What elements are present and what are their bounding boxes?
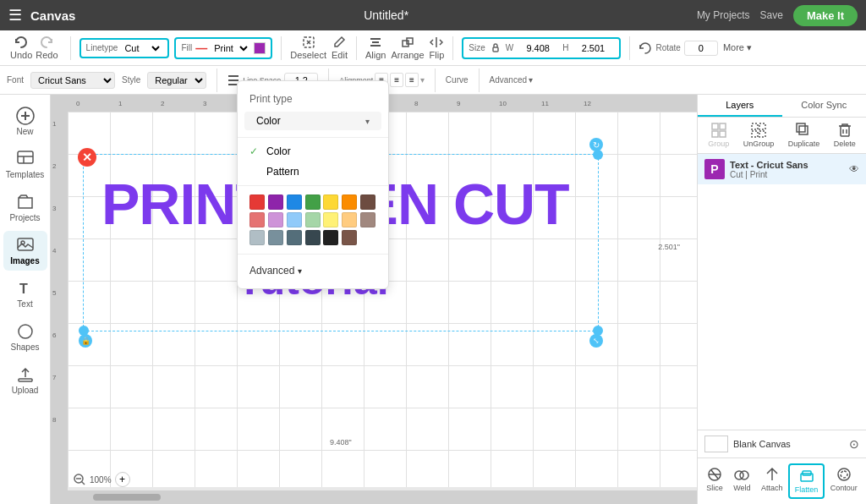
- color-swatch[interactable]: [287, 194, 302, 210]
- color-swatch[interactable]: [342, 212, 357, 227]
- sidebar-item-images[interactable]: Images: [3, 231, 47, 271]
- rotate-icon: [639, 41, 652, 55]
- make-it-button[interactable]: Make It: [793, 5, 858, 26]
- sidebar-item-templates[interactable]: Templates: [3, 145, 47, 184]
- font-select[interactable]: Cricut Sans: [30, 72, 115, 89]
- align-dropdown-arrow[interactable]: ▾: [420, 75, 425, 85]
- color-swatch[interactable]: [249, 212, 265, 227]
- layer-type: Cut | Print: [730, 170, 844, 179]
- group-button[interactable]: Group: [708, 123, 729, 148]
- attach-button[interactable]: Attach: [756, 463, 788, 499]
- rotate-handle[interactable]: ↻: [589, 138, 603, 151]
- color-swatch[interactable]: [305, 212, 321, 227]
- resize-handle[interactable]: ⤡: [589, 334, 603, 348]
- rotate-group: Rotate: [639, 41, 717, 56]
- edit-button[interactable]: Edit: [332, 36, 348, 60]
- rotate-input[interactable]: [684, 41, 718, 56]
- color-swatch[interactable]: [360, 212, 375, 227]
- lock-icon: [489, 41, 502, 55]
- ungroup-icon: [751, 123, 766, 138]
- undo-button[interactable]: Undo: [10, 36, 32, 60]
- handle-bottom-right[interactable]: [593, 326, 603, 336]
- zoom-in-button[interactable]: +: [115, 472, 130, 487]
- deselect-button[interactable]: Deselect: [290, 36, 326, 60]
- option-color[interactable]: ✓ Color: [238, 141, 388, 162]
- arrange-button[interactable]: Arrange: [391, 36, 424, 60]
- color-swatch[interactable]: [268, 194, 283, 210]
- handle-top-right[interactable]: [593, 150, 603, 160]
- zoom-reset-icon[interactable]: [73, 473, 86, 486]
- color-swatch[interactable]: [249, 230, 265, 245]
- font-toolbar: Font Cricut Sans Style Regular Bold Ital…: [0, 66, 866, 95]
- width-input[interactable]: [517, 43, 559, 53]
- sidebar-item-text[interactable]: T Text: [3, 274, 47, 314]
- popup-advanced-button[interactable]: Advanced ▾: [238, 258, 388, 280]
- blank-canvas-settings-icon[interactable]: ⊙: [849, 437, 859, 451]
- fill-select[interactable]: Print None: [211, 42, 250, 54]
- color-swatch[interactable]: [323, 212, 338, 227]
- scroll-thumb[interactable]: [93, 494, 161, 501]
- option-pattern[interactable]: Pattern: [238, 162, 388, 182]
- slice-button[interactable]: Slice: [701, 463, 728, 499]
- align-button[interactable]: Align: [365, 36, 386, 60]
- my-projects-link[interactable]: My Projects: [697, 9, 750, 21]
- layer-item[interactable]: P Text - Cricut Sans Cut | Print 👁: [698, 154, 866, 184]
- delete-button[interactable]: ✕: [78, 148, 96, 167]
- ungroup-button[interactable]: UnGroup: [743, 123, 775, 148]
- menu-icon[interactable]: ☰: [8, 6, 22, 25]
- lock-handle[interactable]: 🔒: [79, 334, 92, 348]
- tab-layers[interactable]: Layers: [698, 95, 782, 117]
- top-bar: ☰ Canvas Untitled* My Projects Save Make…: [0, 0, 866, 30]
- svg-line-24: [81, 481, 85, 485]
- color-swatch[interactable]: [268, 230, 283, 245]
- more-button[interactable]: More ▾: [723, 42, 752, 53]
- blank-canvas-swatch[interactable]: [704, 436, 728, 452]
- color-swatch[interactable]: [342, 194, 357, 210]
- color-swatch[interactable]: [360, 194, 375, 210]
- panel-spacer: [698, 184, 866, 430]
- contour-button[interactable]: Contour: [825, 463, 863, 499]
- linetype-select[interactable]: Cut Draw Score: [121, 42, 162, 54]
- layer-visibility-button[interactable]: 👁: [849, 163, 859, 175]
- tab-color-sync[interactable]: Color Sync: [782, 95, 867, 117]
- sidebar-item-upload[interactable]: Upload: [3, 360, 47, 400]
- curve-button[interactable]: Curve: [446, 75, 469, 85]
- sep3: [356, 36, 357, 60]
- sidebar-item-projects[interactable]: Projects: [3, 188, 47, 227]
- style-select[interactable]: Regular Bold Italic: [147, 72, 206, 89]
- svg-rect-3: [370, 38, 381, 40]
- color-swatch[interactable]: [305, 194, 321, 210]
- color-swatch[interactable]: [323, 194, 338, 210]
- svg-rect-27: [720, 123, 726, 129]
- sidebar-item-new[interactable]: New: [3, 101, 47, 141]
- fill-color-swatch[interactable]: [254, 42, 266, 54]
- sidebar-item-shapes[interactable]: Shapes: [3, 317, 47, 357]
- undo-redo-group: Undo Redo: [7, 36, 62, 60]
- svg-rect-22: [19, 379, 32, 381]
- ruler-vertical: 1 2 3 4 5 6 7 8: [51, 112, 68, 504]
- redo-button[interactable]: Redo: [36, 36, 58, 60]
- color-swatch[interactable]: [342, 230, 357, 245]
- handle-bottom-left[interactable]: [79, 326, 89, 336]
- sep2: [281, 36, 282, 60]
- flatten-button[interactable]: Flatten: [788, 463, 825, 499]
- scroll-bar-horizontal[interactable]: [68, 490, 697, 504]
- svg-rect-18: [18, 238, 33, 250]
- color-swatch[interactable]: [287, 212, 302, 227]
- color-swatch[interactable]: [249, 194, 265, 210]
- advanced-button[interactable]: Advanced ▾: [490, 75, 533, 85]
- weld-button[interactable]: Weld: [728, 463, 755, 499]
- save-button[interactable]: Save: [760, 9, 783, 21]
- color-selector-dropdown[interactable]: Color ▾: [244, 112, 381, 130]
- height-input[interactable]: [572, 43, 614, 53]
- delete-layer-button[interactable]: Delete: [834, 123, 856, 148]
- color-swatch[interactable]: [323, 230, 338, 245]
- align-right-button[interactable]: ≡: [405, 73, 419, 87]
- panel-actions: Group UnGroup Duplicate Delete: [698, 118, 866, 154]
- flip-button[interactable]: Flip: [430, 36, 445, 60]
- color-swatch[interactable]: [305, 230, 321, 245]
- color-swatch[interactable]: [268, 212, 283, 227]
- duplicate-button[interactable]: Duplicate: [788, 123, 820, 148]
- align-center-button[interactable]: ≡: [390, 73, 403, 87]
- color-swatch[interactable]: [287, 230, 302, 245]
